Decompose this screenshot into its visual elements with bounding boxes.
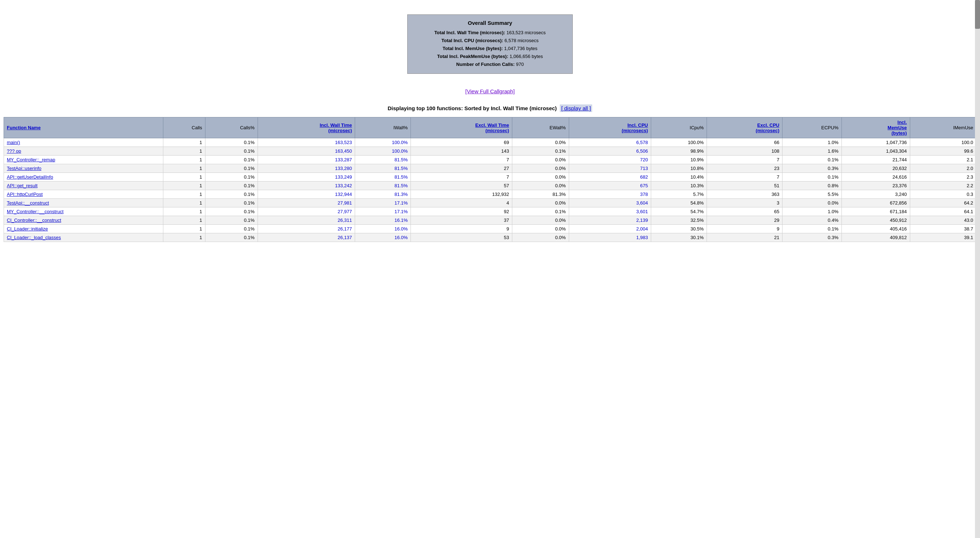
summary-value: 1,047,736 bytes (504, 46, 538, 51)
cell-ewall_pct: 0.0% (512, 164, 569, 173)
cell-fn_name[interactable]: main() (4, 138, 163, 147)
cell-fn_name[interactable]: MY_Controller::__construct (4, 208, 163, 216)
fn-link[interactable]: main() (7, 140, 20, 145)
cell-incl_cpu: 1,983 (569, 233, 651, 242)
col-header-link-incl_wall_time[interactable]: Incl. Wall Time(microsec) (320, 123, 352, 133)
cell-incl_cpu: 6,578 (569, 138, 651, 147)
cell-incl_cpu: 3,604 (569, 199, 651, 208)
cell-excl_cpu: 7 (707, 173, 783, 182)
cell-excl_wall_time: 69 (411, 138, 512, 147)
summary-value: 6,578 microsecs (504, 38, 539, 43)
cell-imemuse: 38.7 (910, 225, 976, 233)
cell-fn_name[interactable]: API::get_result (4, 182, 163, 190)
cell-incl_memuse: 21,744 (842, 156, 910, 164)
fn-link[interactable]: CI_Controller::__construct (7, 217, 61, 223)
fn-link[interactable]: API::httpCurlPost (7, 192, 43, 197)
cell-icpu_pct: 54.7% (651, 208, 707, 216)
display-all-link[interactable]: [ display all ] (560, 104, 593, 112)
cell-icpu_pct: 10.3% (651, 182, 707, 190)
summary-label: Total Incl. PeakMemUse (bytes): (437, 54, 508, 59)
cell-excl_wall_time: 57 (411, 182, 512, 190)
cell-calls: 1 (163, 233, 205, 242)
cell-incl_cpu: 2,004 (569, 225, 651, 233)
fn-link[interactable]: MY_Controller::_remap (7, 157, 55, 163)
fn-link[interactable]: CI_Loader::initialize (7, 226, 48, 231)
cell-ecpu_pct: 0.4% (783, 216, 842, 225)
summary-label: Total Incl. CPU (microsecs): (441, 38, 503, 43)
cell-iwall_pct: 81.5% (355, 173, 411, 182)
fn-link[interactable]: CI_Loader::_load_classes (7, 235, 61, 240)
cell-fn_name[interactable]: API::httpCurlPost (4, 190, 163, 199)
col-header-link-incl_cpu[interactable]: Incl. CPU(microsecs) (622, 123, 648, 133)
cell-excl_cpu: 65 (707, 208, 783, 216)
fn-link[interactable]: API::get_result (7, 183, 37, 188)
cell-incl_memuse: 23,376 (842, 182, 910, 190)
cell-icpu_pct: 10.4% (651, 173, 707, 182)
cell-icpu_pct: 100.0% (651, 138, 707, 147)
cell-calls_pct: 0.1% (205, 233, 258, 242)
col-header-iwall_pct: IWall% (355, 117, 411, 138)
cell-ewall_pct: 81.3% (512, 190, 569, 199)
fn-link[interactable]: TestApi::userinfo (7, 166, 41, 171)
cell-incl_cpu: 6,506 (569, 147, 651, 156)
cell-imemuse: 64.1 (910, 208, 976, 216)
cell-fn_name[interactable]: MY_Controller::_remap (4, 156, 163, 164)
view-callgraph-link[interactable]: [View Full Callgraph] (465, 88, 514, 94)
scrollbar-track[interactable] (975, 0, 980, 538)
cell-icpu_pct: 54.8% (651, 199, 707, 208)
scrollbar-thumb[interactable] (975, 0, 980, 29)
col-header-icpu_pct: ICpu% (651, 117, 707, 138)
summary-box: Overall Summary Total Incl. Wall Time (m… (407, 14, 573, 74)
cell-iwall_pct: 100.0% (355, 147, 411, 156)
cell-ewall_pct: 0.0% (512, 173, 569, 182)
col-header-link-excl_cpu[interactable]: Excl. CPU(microsec) (756, 123, 780, 133)
cell-incl_wall_time: 163,523 (258, 138, 355, 147)
col-header-incl_wall_time[interactable]: Incl. Wall Time(microsec) (258, 117, 355, 138)
cell-incl_memuse: 1,043,304 (842, 147, 910, 156)
cell-fn_name[interactable]: API::getUserDetailInfo (4, 173, 163, 182)
cell-ewall_pct: 0.1% (512, 147, 569, 156)
callgraph-section: [View Full Callgraph] (0, 88, 980, 94)
cell-excl_cpu: 108 (707, 147, 783, 156)
summary-label: Number of Function Calls: (456, 62, 515, 67)
cell-imemuse: 39.1 (910, 233, 976, 242)
cell-calls: 1 (163, 208, 205, 216)
cell-iwall_pct: 100.0% (355, 138, 411, 147)
cell-calls: 1 (163, 138, 205, 147)
cell-incl_memuse: 672,856 (842, 199, 910, 208)
cell-fn_name[interactable]: TestApi::__construct (4, 199, 163, 208)
col-header-link-excl_wall_time[interactable]: Excl. Wall Time(microsec) (475, 123, 509, 133)
col-header-incl_memuse[interactable]: Incl.MemUse(bytes) (842, 117, 910, 138)
col-header-excl_cpu[interactable]: Excl. CPU(microsec) (707, 117, 783, 138)
cell-fn_name[interactable]: CI_Controller::__construct (4, 216, 163, 225)
summary-row: Total Incl. MemUse (bytes): 1,047,736 by… (415, 45, 565, 53)
cell-incl_wall_time: 163,450 (258, 147, 355, 156)
col-header-incl_cpu[interactable]: Incl. CPU(microsecs) (569, 117, 651, 138)
col-header-fn_name[interactable]: Function Name (4, 117, 163, 138)
fn-link[interactable]: MY_Controller::__construct (7, 209, 64, 214)
cell-fn_name[interactable]: CI_Loader::initialize (4, 225, 163, 233)
cell-calls: 1 (163, 216, 205, 225)
cell-incl_memuse: 450,912 (842, 216, 910, 225)
cell-fn_name[interactable]: TestApi::userinfo (4, 164, 163, 173)
col-header-link-fn_name[interactable]: Function Name (7, 125, 41, 130)
fn-link[interactable]: TestApi::__construct (7, 200, 49, 206)
col-header-link-incl_memuse[interactable]: Incl.MemUse(bytes) (888, 120, 907, 136)
col-header-excl_wall_time[interactable]: Excl. Wall Time(microsec) (411, 117, 512, 138)
cell-incl_wall_time: 132,944 (258, 190, 355, 199)
summary-value: 970 (516, 62, 524, 67)
cell-icpu_pct: 30.5% (651, 225, 707, 233)
fn-link[interactable]: API::getUserDetailInfo (7, 174, 53, 180)
cell-imemuse: 2.3 (910, 173, 976, 182)
cell-incl_cpu: 720 (569, 156, 651, 164)
cell-calls: 1 (163, 156, 205, 164)
cell-fn_name[interactable]: CI_Loader::_load_classes (4, 233, 163, 242)
cell-fn_name[interactable]: ??? op (4, 147, 163, 156)
cell-incl_wall_time: 133,249 (258, 173, 355, 182)
cell-incl_cpu: 378 (569, 190, 651, 199)
cell-ewall_pct: 0.0% (512, 199, 569, 208)
cell-incl_wall_time: 133,287 (258, 156, 355, 164)
cell-iwall_pct: 16.0% (355, 225, 411, 233)
fn-link[interactable]: ??? op (7, 148, 21, 154)
cell-incl_wall_time: 27,981 (258, 199, 355, 208)
